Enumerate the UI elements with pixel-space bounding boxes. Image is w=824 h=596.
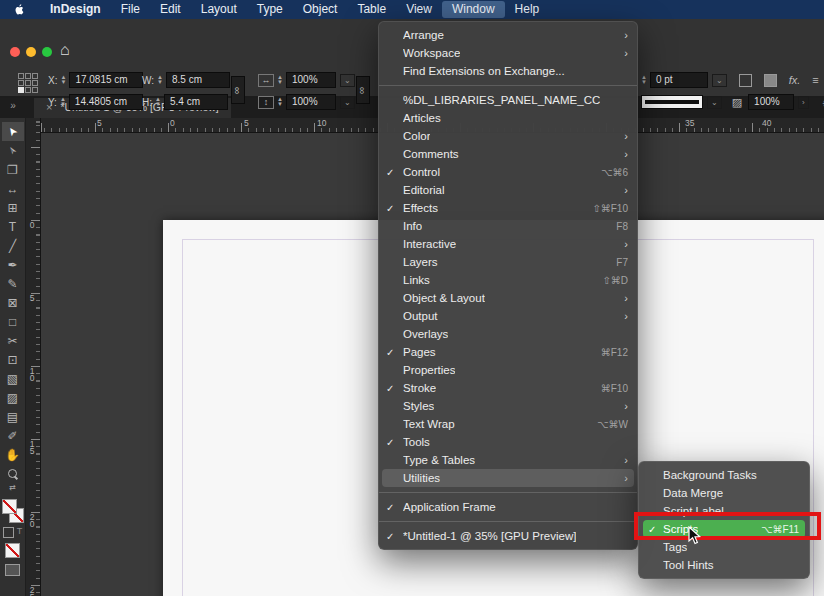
menu-item-overlays[interactable]: Overlays xyxy=(379,325,637,343)
scale-y-field[interactable]: 100% xyxy=(286,94,336,110)
window-zoom-button[interactable] xyxy=(42,47,52,57)
page-tool[interactable]: ❐ xyxy=(2,160,24,179)
zoom-tool[interactable] xyxy=(2,464,24,483)
menu-item-editorial[interactable]: Editorial› xyxy=(379,181,637,199)
menubar-item-file[interactable]: File xyxy=(111,1,150,18)
apply-none-button[interactable] xyxy=(5,543,20,558)
view-percent-arrow-icon[interactable]: › xyxy=(798,96,809,109)
menu-item-type-tables[interactable]: Type & Tables› xyxy=(379,451,637,469)
hand-tool[interactable]: ✋ xyxy=(2,445,24,464)
menu-item-comments[interactable]: Comments› xyxy=(379,145,637,163)
menu-item-interactive[interactable]: Interactive› xyxy=(379,235,637,253)
x-stepper[interactable]: ▲▼ xyxy=(60,75,66,85)
free-transform-tool[interactable]: ⊡ xyxy=(2,350,24,369)
stroke-type-dropdown-icon[interactable]: ⌄ xyxy=(707,96,722,109)
fill-swatch-none[interactable] xyxy=(2,499,17,514)
corner-options-icon[interactable] xyxy=(739,74,752,87)
gradient-tool[interactable]: ▧ xyxy=(2,369,24,388)
screen-mode-icon[interactable] xyxy=(5,564,20,576)
menu-item-text-wrap[interactable]: Text Wrap⌥⌘W xyxy=(379,415,637,433)
scale-x-dropdown-icon[interactable]: ⌄ xyxy=(340,74,355,87)
menu-item-pages[interactable]: ✓Pages⌘F12 xyxy=(379,343,637,361)
fx-icon[interactable]: fx. xyxy=(789,74,801,86)
y-stepper[interactable]: ▲▼ xyxy=(60,97,66,107)
menubar-item-view[interactable]: View xyxy=(396,1,442,18)
menu-item-background-tasks[interactable]: Background Tasks xyxy=(639,466,809,484)
pencil-tool[interactable]: ✎ xyxy=(2,274,24,293)
menu-item-tool-hints[interactable]: Tool Hints xyxy=(639,556,809,574)
menu-item-tags[interactable]: Tags xyxy=(639,538,809,556)
formatting-affects-container-icon[interactable] xyxy=(3,527,14,538)
scale-x-field[interactable]: 100% xyxy=(286,72,336,88)
effects-target-icon[interactable] xyxy=(764,74,777,87)
direct-selection-tool[interactable]: ➢ xyxy=(2,141,24,160)
stroke-weight-field[interactable]: 0 pt xyxy=(650,72,708,88)
h-field[interactable]: 5.4 cm xyxy=(164,94,228,110)
menu-item-script-label[interactable]: Script Label xyxy=(639,502,809,520)
menu-item-dl-libraries-panel-name-cc[interactable]: %DL_LIBRARIES_PANEL_NAME_CC xyxy=(379,91,637,109)
menu-item-find-extensions-on-exchange[interactable]: Find Extensions on Exchange... xyxy=(379,62,637,80)
y-field[interactable]: 14.4805 cm xyxy=(69,94,143,110)
rectangle-tool[interactable]: □ xyxy=(2,312,24,331)
gap-tool[interactable]: ↔ xyxy=(2,179,24,198)
menu-item-scripts[interactable]: ✓Scripts⌥⌘F11 xyxy=(643,520,805,538)
menubar-item-type[interactable]: Type xyxy=(247,1,293,18)
view-percent-field[interactable]: 100% xyxy=(748,94,794,110)
formatting-affects-text-icon[interactable]: T xyxy=(17,527,23,538)
menu-item-color[interactable]: Color› xyxy=(379,127,637,145)
menu-item-layers[interactable]: LayersF7 xyxy=(379,253,637,271)
scale-x-stepper[interactable]: ▲▼ xyxy=(277,75,283,85)
vertical-ruler[interactable]: 051 01 52 02 5 xyxy=(26,118,41,596)
constrain-dimensions-icon[interactable]: ∞ xyxy=(231,76,245,104)
menu-item-styles[interactable]: Styles› xyxy=(379,397,637,415)
stroke-weight-dropdown-icon[interactable]: ⌄ xyxy=(712,74,727,87)
eyedropper-tool[interactable]: ✐ xyxy=(2,426,24,445)
menubar-item-table[interactable]: Table xyxy=(347,1,396,18)
h-stepper[interactable]: ▲▼ xyxy=(155,97,161,107)
menubar-item-help[interactable]: Help xyxy=(505,1,550,18)
menu-item-articles[interactable]: Articles xyxy=(379,109,637,127)
menu-item-links[interactable]: Links⇧⌘D xyxy=(379,271,637,289)
menubar-item-window[interactable]: Window xyxy=(442,1,505,18)
menu-item-control[interactable]: ✓Control⌥⌘6 xyxy=(379,163,637,181)
paragraph-panel-icon[interactable]: ≡ xyxy=(812,74,818,86)
menu-item-effects[interactable]: ✓Effects⇧⌘F10 xyxy=(379,199,637,217)
scale-y-stepper[interactable]: ▲▼ xyxy=(277,97,283,107)
constrain-scale-icon[interactable]: ∞ xyxy=(356,76,370,104)
scissors-tool[interactable]: ✂ xyxy=(2,331,24,350)
menubar-item-layout[interactable]: Layout xyxy=(191,1,247,18)
menubar-item-object[interactable]: Object xyxy=(293,1,348,18)
rectangle-frame-tool[interactable]: ⊠ xyxy=(2,293,24,312)
menu-item-application-frame[interactable]: ✓Application Frame xyxy=(379,498,637,516)
swap-fill-stroke-icon[interactable]: ⇄ xyxy=(9,483,16,493)
window-close-button[interactable] xyxy=(10,47,20,57)
note-tool[interactable]: ▤ xyxy=(2,407,24,426)
type-tool[interactable]: T xyxy=(2,217,24,236)
menu-item-tools[interactable]: ✓Tools xyxy=(379,433,637,451)
menu-item-properties[interactable]: Properties xyxy=(379,361,637,379)
x-field[interactable]: 17.0815 cm xyxy=(69,72,143,88)
line-tool[interactable]: ╱ xyxy=(2,236,24,255)
gradient-feather-tool[interactable]: ▨ xyxy=(2,388,24,407)
menu-item-info[interactable]: InfoF8 xyxy=(379,217,637,235)
menu-item-untitled-1-35-gpu-preview[interactable]: ✓*Untitled-1 @ 35% [GPU Preview] xyxy=(379,527,637,545)
w-field[interactable]: 8.5 cm xyxy=(166,72,230,88)
apple-menu-icon[interactable] xyxy=(13,3,26,16)
menu-item-workspace[interactable]: Workspace› xyxy=(379,44,637,62)
menu-item-output[interactable]: Output› xyxy=(379,307,637,325)
menubar-item-edit[interactable]: Edit xyxy=(150,1,191,18)
content-collector-tool[interactable]: ⊞ xyxy=(2,198,24,217)
pen-tool[interactable]: ✒ xyxy=(2,255,24,274)
menubar-item-indesign[interactable]: InDesign xyxy=(40,1,111,18)
stroke-weight-stepper[interactable]: ▲▼ xyxy=(641,75,647,85)
stroke-type-preview[interactable] xyxy=(641,95,703,109)
menu-item-utilities[interactable]: Utilities› xyxy=(382,469,634,487)
menu-item-stroke[interactable]: ✓Stroke⌘F10 xyxy=(379,379,637,397)
w-stepper[interactable]: ▲▼ xyxy=(157,75,163,85)
dock-collapse-icon[interactable]: » xyxy=(0,96,26,118)
menu-item-object-layout[interactable]: Object & Layout› xyxy=(379,289,637,307)
reference-point-proxy[interactable] xyxy=(18,73,38,93)
home-icon[interactable]: ⌂ xyxy=(60,41,70,59)
menu-item-arrange[interactable]: Arrange› xyxy=(379,26,637,44)
window-minimize-button[interactable] xyxy=(26,47,36,57)
